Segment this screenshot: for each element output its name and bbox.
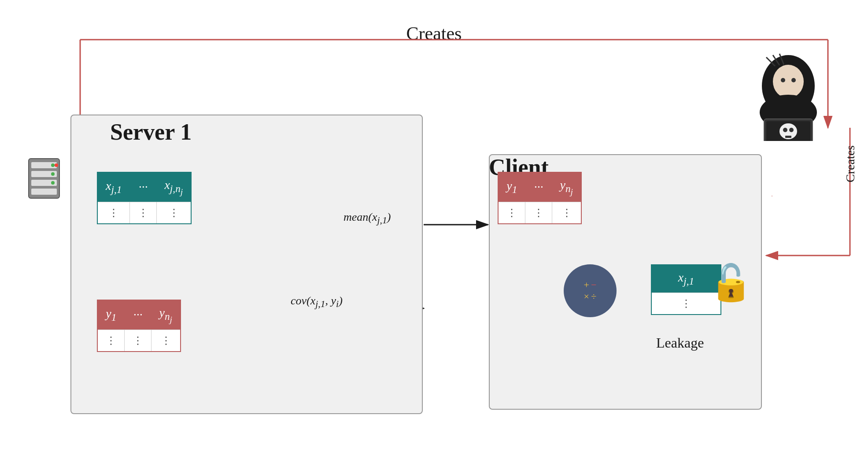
mean-label: mean(xj,1)	[344, 211, 391, 226]
leakage-label: Leakage	[656, 335, 704, 351]
times-symbol: ×	[584, 292, 589, 301]
teal-server-dot3: ⋮	[156, 202, 191, 224]
svg-point-42	[783, 128, 787, 132]
red-table-server: y1 ··· ynj ⋮ ⋮ ⋮	[97, 300, 181, 352]
red-server-col1: y1	[97, 300, 125, 330]
red-server-col3: ynj	[151, 300, 181, 330]
red-client-col2: ···	[525, 172, 552, 202]
teal-server-dot1: ⋮	[97, 202, 129, 224]
compute-symbols: + − × ÷	[580, 277, 600, 305]
red-client-dot3: ⋮	[552, 202, 582, 224]
red-table-client: y1 ··· ynj ⋮ ⋮ ⋮	[498, 172, 582, 224]
creates-right-label: Creates	[843, 145, 857, 182]
svg-point-37	[791, 78, 796, 82]
red-server-col2: ···	[125, 300, 151, 330]
lock-icon: 🔓	[709, 262, 753, 304]
hacker-icon	[740, 44, 837, 141]
divide-symbol: ÷	[591, 292, 596, 301]
red-client-dot2: ⋮	[525, 202, 552, 224]
compute-circle: + − × ÷	[564, 264, 617, 317]
teal-table-server: xj,1 ··· xj,nj ⋮ ⋮ ⋮	[97, 172, 192, 224]
svg-point-30	[51, 181, 55, 185]
red-server-dot2: ⋮	[125, 330, 151, 352]
creates-top-area: Creates	[88, 23, 780, 54]
creates-top-label: Creates	[406, 23, 462, 44]
teal-server-col2: ···	[129, 172, 156, 202]
svg-rect-44	[785, 136, 791, 138]
minus-symbol: −	[591, 280, 596, 290]
teal-server-col3: xj,nj	[156, 172, 191, 202]
red-server-dot3: ⋮	[151, 330, 181, 352]
cov-label: cov(xj,1, yi)	[291, 294, 343, 310]
diagram-container: Creates	[0, 0, 868, 463]
teal-server-col1: xj,1	[97, 172, 129, 202]
svg-point-36	[781, 78, 785, 82]
svg-point-28	[55, 163, 58, 167]
server1-label: Server 1	[110, 119, 192, 145]
red-client-col1: y1	[498, 172, 525, 202]
server-icon	[24, 154, 64, 203]
red-client-col3: ynj	[552, 172, 582, 202]
red-server-dot1: ⋮	[97, 330, 125, 352]
plus-symbol: +	[584, 280, 589, 290]
server1-box	[70, 115, 423, 414]
svg-point-29	[51, 172, 55, 176]
svg-point-43	[789, 128, 794, 132]
teal-server-dot2: ⋮	[129, 202, 156, 224]
red-client-dot1: ⋮	[498, 202, 525, 224]
svg-point-27	[51, 163, 55, 167]
svg-point-32	[773, 65, 804, 98]
svg-rect-26	[31, 189, 57, 195]
